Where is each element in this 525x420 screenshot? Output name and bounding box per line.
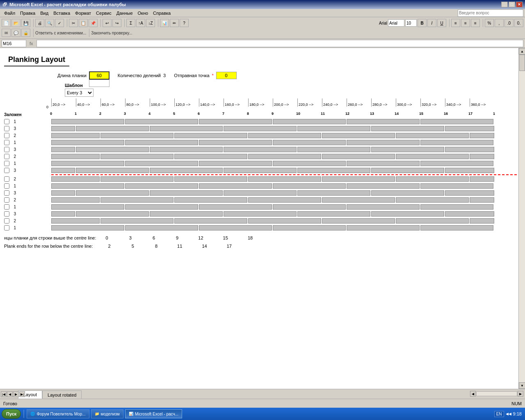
plank-block bbox=[371, 126, 444, 131]
sheet-nav-next[interactable]: ▶ bbox=[13, 391, 19, 397]
plank-block bbox=[76, 211, 149, 217]
origin-input[interactable] bbox=[216, 72, 237, 79]
template-dropdown[interactable]: Every 3 bbox=[65, 89, 94, 97]
row-checkbox-14[interactable] bbox=[4, 218, 9, 224]
scale-tick-6: 140,0 --> bbox=[199, 98, 224, 107]
decrease-decimal-button[interactable]: 0. bbox=[514, 19, 523, 27]
taskbar-item-2[interactable]: 📊 Microsoft Excel - расч... bbox=[125, 409, 182, 418]
track-changes-button[interactable]: ✉ bbox=[2, 29, 11, 37]
row-checkbox-3[interactable] bbox=[4, 140, 9, 145]
row-checkbox-8[interactable] bbox=[4, 176, 9, 182]
chart-button[interactable]: 📊 bbox=[160, 19, 169, 27]
row-checkbox-9[interactable] bbox=[4, 183, 9, 189]
comma-button[interactable]: , bbox=[495, 19, 504, 27]
plank-block bbox=[125, 119, 198, 124]
plank-block bbox=[51, 204, 124, 210]
help-search-input[interactable] bbox=[458, 9, 523, 17]
length-input[interactable] bbox=[89, 71, 110, 80]
percent-button[interactable]: % bbox=[485, 19, 494, 27]
menu-data[interactable]: Данные bbox=[114, 10, 135, 16]
italic-button[interactable]: I bbox=[427, 19, 436, 27]
row-number-15: 1 bbox=[10, 226, 18, 230]
sort-asc-button[interactable]: ↑A bbox=[136, 19, 145, 27]
drawing-button[interactable]: ✏ bbox=[170, 19, 179, 27]
plank-block bbox=[199, 204, 272, 210]
maximize-button[interactable]: □ bbox=[509, 2, 515, 7]
close-button[interactable]: ✕ bbox=[516, 2, 523, 7]
scroll-thumb[interactable] bbox=[519, 55, 525, 71]
comment-button[interactable]: 💬 bbox=[11, 29, 21, 37]
help-button[interactable]: ? bbox=[180, 19, 189, 27]
align-left-button[interactable]: ≡ bbox=[451, 19, 460, 27]
cell-reference-input[interactable] bbox=[2, 40, 26, 47]
undo-button[interactable]: ↩ bbox=[103, 19, 112, 27]
align-right-button[interactable]: ≡ bbox=[471, 19, 480, 27]
start-button[interactable]: Пуск bbox=[2, 409, 21, 419]
copy-button[interactable]: 📋 bbox=[79, 19, 88, 27]
menu-tools[interactable]: Сервис bbox=[94, 10, 114, 16]
plank-block bbox=[297, 190, 370, 196]
menu-format[interactable]: Формат bbox=[73, 10, 94, 16]
increase-decimal-button[interactable]: .0 bbox=[504, 19, 514, 27]
scale-tick-12: 260,0 --> bbox=[347, 98, 371, 107]
menu-edit[interactable]: Правка bbox=[18, 10, 38, 16]
sheet-nav-last[interactable]: ▶| bbox=[19, 391, 25, 397]
paste-button[interactable]: 📌 bbox=[89, 19, 98, 27]
font-name-input[interactable] bbox=[388, 19, 404, 27]
plank-block bbox=[174, 133, 247, 138]
vertical-scrollbar[interactable]: ▲ ▼ bbox=[518, 48, 525, 389]
sum-button[interactable]: Σ bbox=[126, 19, 135, 27]
plank-block bbox=[347, 225, 420, 231]
row-checkbox-6[interactable] bbox=[4, 161, 9, 166]
row-checkbox-2[interactable] bbox=[4, 133, 9, 138]
minimize-button[interactable]: _ bbox=[501, 2, 508, 7]
sheet-nav-prev[interactable]: ◀ bbox=[7, 391, 13, 397]
row-checkbox-12[interactable] bbox=[4, 204, 9, 210]
sort-desc-button[interactable]: ↓Z bbox=[146, 19, 155, 27]
row-checkbox-15[interactable] bbox=[4, 225, 9, 231]
row-checkbox-13[interactable] bbox=[4, 211, 9, 217]
plank-block bbox=[445, 126, 494, 131]
plank-block bbox=[297, 168, 370, 173]
row-checkbox-5[interactable] bbox=[4, 154, 9, 159]
hscroll-track[interactable] bbox=[476, 391, 517, 396]
font-size-input[interactable] bbox=[405, 19, 417, 27]
redo-button[interactable]: ↪ bbox=[112, 19, 121, 27]
new-button[interactable]: 📄 bbox=[2, 19, 11, 27]
print-button[interactable]: 🖨 bbox=[35, 19, 44, 27]
cut-button[interactable]: ✂ bbox=[69, 19, 78, 27]
plank-block bbox=[224, 126, 297, 131]
row-checkbox-7[interactable] bbox=[4, 168, 9, 173]
row-checkbox-10[interactable] bbox=[4, 190, 9, 196]
row-checkbox-1[interactable] bbox=[4, 126, 9, 131]
row-checkbox-4[interactable] bbox=[4, 147, 9, 152]
formula-input[interactable] bbox=[37, 40, 523, 47]
menu-file[interactable]: Файл bbox=[2, 10, 18, 16]
menu-view[interactable]: Вид bbox=[38, 10, 51, 16]
sheet-nav-first[interactable]: |◀ bbox=[1, 391, 7, 397]
scale-tick-8: 180,0 --> bbox=[248, 98, 273, 107]
menu-help[interactable]: Справка bbox=[151, 10, 173, 16]
menu-window[interactable]: Окно bbox=[135, 10, 151, 16]
protect-button[interactable]: 🔒 bbox=[21, 29, 30, 37]
align-center-button[interactable]: ≡ bbox=[461, 19, 470, 27]
plank-row-15: 1 bbox=[4, 224, 521, 231]
tab-layout-rotated[interactable]: Layout rotated bbox=[42, 390, 82, 399]
hscroll-left[interactable]: ◀ bbox=[470, 391, 476, 397]
taskbar-item-1[interactable]: 📁 моделизм bbox=[91, 409, 123, 418]
plank-block bbox=[224, 168, 297, 173]
open-button[interactable]: 📂 bbox=[11, 19, 21, 27]
row-checkbox-0[interactable] bbox=[4, 119, 9, 124]
scroll-down-button[interactable]: ▼ bbox=[519, 382, 525, 389]
hscroll-right[interactable]: ▶ bbox=[518, 391, 523, 397]
row-checkbox-11[interactable] bbox=[4, 197, 9, 203]
bold-button[interactable]: B bbox=[418, 19, 427, 27]
spell-check-button[interactable]: ✓ bbox=[55, 19, 64, 27]
taskbar-item-0[interactable]: 🌐 Форум Повелитель Мор... bbox=[27, 409, 89, 418]
underline-button[interactable]: U bbox=[437, 19, 446, 27]
origin-control: Отправная точка * bbox=[174, 72, 236, 79]
save-button[interactable]: 💾 bbox=[21, 19, 30, 27]
print-preview-button[interactable]: 🔍 bbox=[45, 19, 54, 27]
menu-insert[interactable]: Вставка bbox=[51, 10, 73, 16]
scroll-up-button[interactable]: ▲ bbox=[519, 48, 525, 55]
